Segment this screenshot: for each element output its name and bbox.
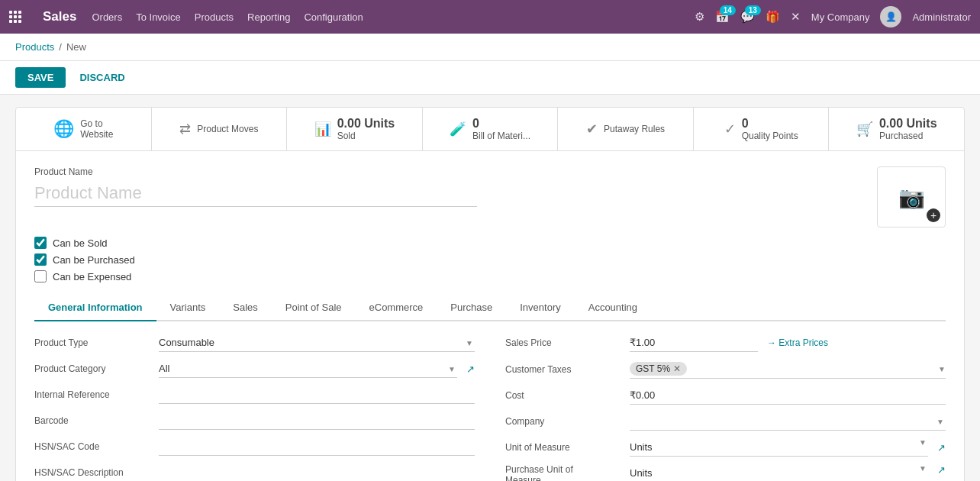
top-nav-right: ⚙ 📅 14 💬 13 🎁 ✕ My Company 👤 Administrat… (695, 6, 971, 27)
can-be-expensed-checkbox[interactable]: Can be Expensed (34, 270, 946, 282)
customer-taxes-field[interactable]: GST 5% ✕ ▼ (630, 360, 946, 379)
can-be-purchased-label: Can be Purchased (53, 254, 135, 266)
gst-tag-remove-icon[interactable]: ✕ (673, 363, 681, 374)
breadcrumb-parent[interactable]: Products (15, 41, 54, 53)
smart-btn-units-sold[interactable]: 📊 0.00 Units Sold (287, 108, 423, 150)
hsn-sac-desc-row: HSN/SAC Description (34, 463, 475, 481)
units-sold-icon: 📊 (314, 121, 331, 137)
product-type-select[interactable]: Consumable Storable Product Service (159, 334, 475, 352)
tab-sales[interactable]: Sales (219, 295, 272, 321)
user-name: Administrator (912, 11, 971, 23)
tab-purchase[interactable]: Purchase (437, 295, 506, 321)
discard-button[interactable]: DISCARD (72, 67, 132, 88)
internal-reference-input[interactable] (159, 386, 475, 404)
hsn-sac-code-row: HSN/SAC Code (34, 437, 475, 456)
barcode-row: Barcode (34, 412, 475, 430)
calendar-icon[interactable]: 📅 14 (715, 10, 730, 24)
can-be-purchased-checkbox[interactable]: Can be Purchased (34, 253, 946, 266)
can-be-sold-label: Can be Sold (53, 237, 108, 249)
tab-ecommerce[interactable]: eCommerce (356, 295, 437, 321)
product-photo-upload[interactable]: 📷 + (877, 166, 946, 228)
general-info-form: Product Type Consumable Storable Product… (34, 334, 946, 481)
uom-external-link-icon[interactable]: ↗ (937, 442, 946, 454)
extra-prices-link[interactable]: → Extra Prices (767, 337, 828, 348)
cost-row: Cost (505, 386, 946, 405)
add-photo-icon: + (927, 208, 940, 222)
bom-label: Bill of Materi... (472, 131, 530, 141)
smart-btn-product-moves[interactable]: ⇄ Product Moves (152, 108, 288, 150)
purchase-uom-label-text: Purchase Unit ofMeasure (505, 464, 573, 481)
tools-icon[interactable]: ✕ (791, 10, 801, 24)
smart-btn-units-purchased[interactable]: 🛒 0.00 Units Purchased (829, 108, 964, 150)
product-category-select[interactable]: All (159, 360, 457, 378)
tab-point-of-sale[interactable]: Point of Sale (272, 295, 356, 321)
sales-price-row: Sales Price → Extra Prices (505, 334, 946, 352)
customer-taxes-label: Customer Taxes (505, 364, 624, 375)
customer-taxes-row: Customer Taxes GST 5% ✕ ▼ (505, 360, 946, 379)
left-form-col: Product Type Consumable Storable Product… (34, 334, 475, 481)
main-content: 🌐 Go to Website ⇄ Product Moves 📊 0.00 U… (0, 95, 980, 481)
website-label-line1: Go to (80, 118, 113, 129)
cost-input[interactable] (630, 386, 946, 405)
sales-price-input[interactable] (630, 334, 758, 352)
purchase-uom-label: Purchase Unit ofMeasure (505, 464, 624, 481)
units-purchased-icon: 🛒 (856, 121, 873, 137)
right-form-col: Sales Price → Extra Prices Customer Taxe… (505, 334, 946, 481)
product-category-row: Product Category All ▼ ↗ (34, 360, 475, 378)
product-category-label: Product Category (34, 363, 153, 374)
smart-btn-website[interactable]: 🌐 Go to Website (16, 108, 152, 150)
tab-accounting[interactable]: Accounting (575, 295, 651, 321)
website-icon: 🌐 (53, 119, 74, 139)
barcode-input[interactable] (159, 412, 475, 430)
unit-of-measure-label: Unit of Measure (505, 442, 624, 453)
can-be-expensed-label: Can be Expensed (53, 271, 131, 282)
nav-to-invoice[interactable]: To Invoice (136, 11, 181, 23)
company-row: Company ▼ (505, 412, 946, 431)
tab-inventory[interactable]: Inventory (506, 295, 574, 321)
form-area: Product Name 📷 + Can be Sold Can be Purc… (15, 151, 965, 481)
main-menu: Orders To Invoice Products Reporting Con… (92, 11, 679, 23)
tab-general-information[interactable]: General Information (34, 295, 156, 321)
product-name-input[interactable] (34, 180, 477, 207)
hsn-sac-code-input[interactable] (159, 437, 475, 456)
cost-label: Cost (505, 390, 624, 401)
company-name[interactable]: My Company (811, 11, 870, 23)
tab-variants[interactable]: Variants (156, 295, 220, 321)
units-sold-label: Sold (337, 131, 395, 141)
gst-5-tag: GST 5% ✕ (630, 362, 687, 376)
hsn-sac-desc-input[interactable] (159, 463, 475, 481)
product-type-label: Product Type (34, 337, 153, 348)
quality-label: Quality Points (742, 131, 798, 141)
save-button[interactable]: SAVE (15, 67, 66, 88)
smart-btn-bom[interactable]: 🧪 0 Bill of Materi... (423, 108, 559, 150)
purchase-uom-external-link-icon[interactable]: ↗ (937, 464, 946, 476)
quality-num: 0 (742, 117, 798, 131)
company-label: Company (505, 416, 624, 427)
units-purchased-label: Purchased (879, 131, 937, 141)
unit-of-measure-select[interactable]: Units (630, 438, 928, 457)
nav-products[interactable]: Products (195, 11, 234, 23)
gift-icon[interactable]: 🎁 (766, 10, 780, 24)
nav-configuration[interactable]: Configuration (304, 11, 363, 23)
putaway-label: Putaway Rules (604, 124, 665, 134)
internal-reference-label: Internal Reference (34, 389, 153, 400)
can-be-sold-checkbox[interactable]: Can be Sold (34, 237, 946, 249)
apps-icon[interactable] (9, 11, 21, 23)
customer-taxes-chevron-icon[interactable]: ▼ (938, 365, 946, 373)
avatar[interactable]: 👤 (880, 6, 901, 27)
chat-icon[interactable]: 💬 13 (740, 10, 755, 24)
bom-num: 0 (472, 117, 530, 131)
product-category-external-link-icon[interactable]: ↗ (466, 363, 475, 375)
activity-icon[interactable]: ⚙ (695, 10, 704, 24)
smart-btn-putaway[interactable]: ✔ Putaway Rules (558, 108, 694, 150)
smart-buttons-bar: 🌐 Go to Website ⇄ Product Moves 📊 0.00 U… (15, 107, 965, 151)
company-select[interactable] (630, 412, 946, 431)
bom-icon: 🧪 (450, 121, 466, 137)
product-moves-icon: ⇄ (179, 121, 191, 137)
smart-btn-quality[interactable]: ✓ 0 Quality Points (694, 108, 830, 150)
nav-orders[interactable]: Orders (92, 11, 122, 23)
units-sold-num: 0.00 Units (337, 117, 395, 131)
purchase-uom-select[interactable]: Units (630, 464, 928, 481)
nav-reporting[interactable]: Reporting (247, 11, 290, 23)
units-purchased-num: 0.00 Units (879, 117, 937, 131)
